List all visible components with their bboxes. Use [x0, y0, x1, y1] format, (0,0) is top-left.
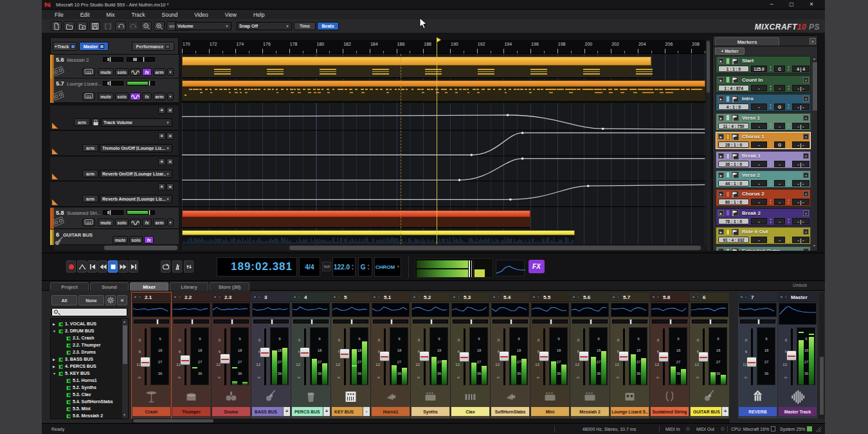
channel-eq-display[interactable] [292, 303, 330, 317]
menu-mix[interactable]: Mix [102, 10, 118, 19]
marker-position[interactable]: 76 : 1 : 0 [718, 218, 749, 224]
marker-tempo[interactable]: 125.0 [751, 66, 767, 72]
marker-expand-button[interactable]: ▶ [718, 115, 724, 121]
fader-handle[interactable] [140, 357, 150, 367]
playhead-line[interactable] [437, 40, 437, 244]
pan-handle[interactable] [757, 319, 760, 325]
menu-file[interactable]: File [51, 10, 68, 19]
channel-strip-5-2[interactable]: 5.20612∞9182736Synths [411, 293, 450, 419]
marker-tempo[interactable]: - [751, 237, 767, 243]
marker-expand-button[interactable]: ▶ [718, 229, 724, 235]
marker-position[interactable]: 1 : 4 : 874 [718, 85, 749, 91]
marker-delete-button[interactable]: × [803, 77, 809, 83]
scroll-thumb[interactable] [820, 357, 824, 415]
spinner-icon[interactable]: ▲ ▼ [768, 179, 773, 187]
channel-strip-5-5[interactable]: 5.50612∞9182736Mini [530, 293, 570, 419]
spinner-icon[interactable]: ▲ ▼ [786, 103, 791, 111]
marker-position[interactable]: 1 : 1 : 0 [718, 66, 749, 72]
pan-handle[interactable] [191, 319, 194, 325]
zoom-out-button[interactable] [141, 21, 152, 31]
punch-button[interactable] [77, 260, 87, 273]
channel-header[interactable]: 3 [251, 293, 291, 302]
channel-name[interactable]: Lounge Lizard S.. [611, 407, 649, 416]
mute-button[interactable]: mute [98, 93, 114, 100]
remove-automation-lane-button[interactable]: × [167, 158, 174, 165]
channel-header[interactable]: 5.8 [650, 293, 689, 302]
channel-name[interactable]: Synths [411, 407, 449, 416]
channel-header[interactable]: 5.7 [610, 293, 649, 302]
menu-edit[interactable]: Edit [77, 10, 94, 19]
spinner-icon[interactable]: ▲ ▼ [768, 236, 773, 244]
marker-color-chip[interactable] [726, 172, 730, 178]
fader-handle[interactable] [746, 357, 757, 367]
pan-handle[interactable] [271, 319, 273, 325]
channel-strip-5-8[interactable]: 5.80612∞9182736Sustained String [650, 293, 689, 419]
pan-slider[interactable] [652, 320, 687, 323]
marker-intro[interactable]: ▶Intro×4 : 1 : 0-▲ ▼G▲ ▼- | - [716, 94, 811, 111]
marker-expand-button[interactable]: ▶ [718, 96, 724, 102]
marker-key[interactable]: G [774, 141, 785, 148]
clip-guitarbus-waveform[interactable] [182, 235, 575, 244]
menu-track[interactable]: Track [128, 10, 149, 19]
scroll-down-icon[interactable]: ▼ [813, 244, 816, 248]
fast-forward-button[interactable] [118, 260, 128, 273]
marker-position[interactable]: 28 : 1 : 0 [718, 141, 749, 148]
channel-header[interactable]: 2.2 [172, 293, 211, 302]
tab-mixer[interactable]: Mixer [130, 282, 168, 291]
marker-color-chip[interactable] [726, 134, 730, 140]
marker-delete-button[interactable]: × [803, 229, 809, 235]
marker-signature[interactable]: - | - [792, 161, 809, 167]
tap-tempo-button[interactable]: TAP [322, 262, 331, 271]
marker-ride-it-out[interactable]: ▶Ride it Out×91 : 4 : 332-▲ ▼-▲ ▼- | - [716, 227, 811, 244]
marker-expand-button[interactable]: ▶ [718, 172, 724, 178]
marker-key[interactable]: - [774, 180, 785, 186]
channel-eq-display[interactable] [372, 303, 410, 317]
fader-handle[interactable] [339, 348, 350, 359]
redo-button[interactable] [128, 21, 139, 31]
import-file-button[interactable] [77, 21, 87, 31]
channel-strip-3[interactable]: 30612∞9182736BASS BUS+ [251, 293, 291, 419]
channel-header[interactable]: 5.3 [451, 293, 490, 302]
performance-button[interactable]: Performance [132, 42, 174, 51]
fader-handle[interactable] [539, 351, 549, 361]
fader-handle[interactable] [300, 347, 310, 357]
scroll-thumb[interactable] [133, 419, 213, 422]
marker-verse-1[interactable]: ▶Verse 1×11 : 4 : 750-▲ ▼-▲ ▼- | - [716, 113, 811, 131]
remove-automation-lane-button[interactable]: × [167, 107, 174, 114]
channel-eq-display[interactable] [651, 303, 689, 317]
marker-extended-outro[interactable]: ▶Extended Outro×▲ ▼▲ ▼ [716, 246, 811, 251]
automation-button[interactable] [130, 68, 141, 76]
resize-grip[interactable] [815, 426, 822, 433]
channel-name[interactable]: Horns1 [372, 407, 410, 416]
arm-button[interactable]: arm [74, 118, 90, 126]
spinner-icon[interactable]: ▲ ▼ [786, 122, 791, 130]
channel-eq-display[interactable] [172, 303, 210, 317]
marker-expand-button[interactable]: ▶ [718, 77, 724, 83]
marker-delete-button[interactable]: × [803, 210, 809, 216]
marker-expand-button[interactable]: ▶ [718, 191, 724, 197]
channel-strip-5-7[interactable]: 5.70612∞9182736Lounge Lizard S.. [610, 293, 649, 419]
channel-eq-display[interactable] [491, 303, 529, 317]
channel-eq-display[interactable] [739, 303, 777, 317]
arm-button[interactable]: arm [153, 219, 166, 226]
channel-header[interactable]: 5.6 [570, 293, 610, 302]
channel-header[interactable]: Master [778, 293, 817, 302]
pan-slider[interactable] [293, 320, 329, 323]
scroll-thumb[interactable] [289, 246, 701, 250]
maximize-button[interactable]: ▢ [783, 1, 800, 10]
scroll-thumb[interactable] [813, 62, 817, 111]
track-pan-slider[interactable] [127, 57, 155, 62]
spinner-icon[interactable]: ▲ ▼ [786, 160, 791, 168]
arm-button[interactable]: arm [82, 195, 98, 203]
marker-signature[interactable]: - | - [792, 237, 809, 243]
channel-name[interactable]: SoftHornStabs [491, 407, 529, 416]
automation-button[interactable] [130, 93, 141, 100]
slider-handle[interactable] [109, 80, 111, 86]
markers-tab[interactable]: Markers [715, 37, 779, 46]
mixer-hscrollbar[interactable] [132, 419, 730, 423]
channel-eq-display[interactable] [212, 303, 250, 317]
marker-tempo[interactable]: - [751, 199, 767, 205]
marker-position[interactable]: 36 : 1 : 0 [718, 161, 749, 167]
channel-name[interactable]: Messiah 2 [571, 407, 609, 416]
arm-button[interactable]: arm [82, 144, 98, 152]
